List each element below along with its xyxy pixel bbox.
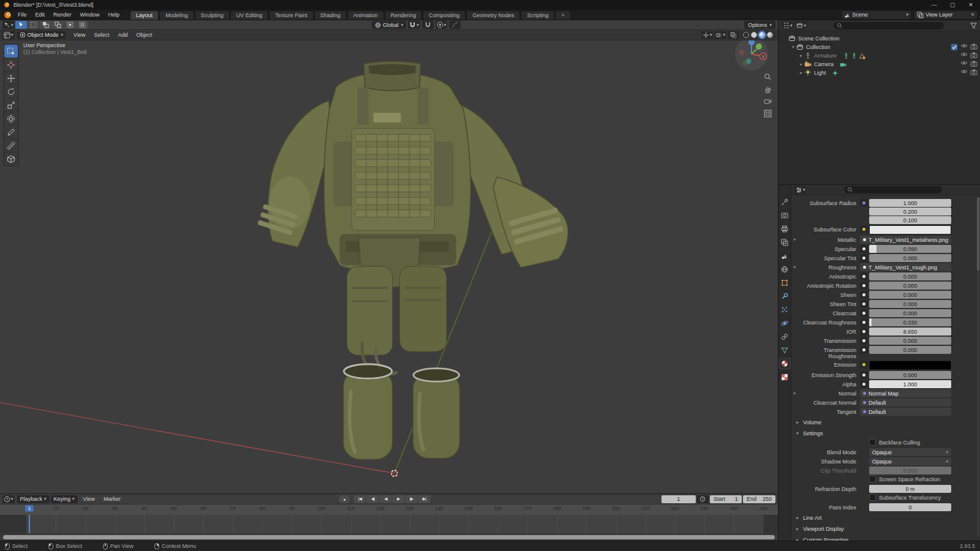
slider-field[interactable]: 0.000 (869, 282, 951, 290)
workspace-tab-scripting[interactable]: Scripting (521, 10, 554, 20)
socket-decorator[interactable] (860, 361, 868, 369)
workspace-tab-rendering[interactable]: Rendering (385, 10, 423, 20)
properties-tab-object[interactable] (779, 278, 790, 288)
camera-toggle-icon[interactable] (970, 43, 978, 51)
socket-decorator[interactable] (860, 291, 868, 299)
properties-tab-view-layer[interactable] (779, 238, 790, 247)
zoom-icon[interactable] (764, 73, 772, 81)
socket-decorator[interactable] (860, 309, 868, 317)
timeline-dropdown-keying[interactable]: Keying▾ (51, 495, 78, 503)
playhead-frame-label[interactable]: 1 (25, 505, 34, 512)
viewport-menu-view[interactable]: View (69, 32, 89, 38)
panel-header-viewport-display[interactable]: ▸Viewport Display (795, 524, 980, 533)
maximize-button[interactable]: ▢ (943, 0, 962, 10)
prop-expander-icon[interactable]: ▸ (794, 264, 796, 269)
checkbox-screen-space-refraction[interactable] (869, 476, 876, 482)
properties-tab-output[interactable] (779, 224, 790, 234)
frame-start-field[interactable]: Start 1 (710, 495, 742, 503)
socket-decorator[interactable] (860, 346, 868, 354)
tool-measure[interactable] (4, 139, 18, 152)
prop-expander-icon[interactable]: ▸ (794, 237, 796, 242)
view-layer-selector[interactable]: View Layer ✕ (914, 10, 978, 20)
properties-tab-constraints[interactable] (779, 332, 790, 342)
select-mode-new[interactable] (28, 21, 39, 29)
properties-tab-render[interactable] (779, 211, 790, 220)
tool-annotate[interactable] (4, 126, 18, 138)
prev-keyframe-button[interactable]: ◀| (366, 495, 379, 503)
preview-range-toggle[interactable] (697, 495, 709, 503)
checkbox-subsurface-translucency[interactable] (869, 494, 876, 501)
timeline-track[interactable] (0, 515, 778, 533)
slider-field[interactable]: 1.000 (869, 380, 951, 388)
timeline-menu-view[interactable]: View (79, 496, 99, 502)
value-dropdown[interactable]: T_Military_Vest1_rough.png (860, 263, 951, 271)
proportional-falloff-dropdown[interactable] (449, 21, 461, 29)
properties-tab-world[interactable] (779, 264, 790, 274)
select-mode-invert[interactable] (64, 21, 76, 29)
current-frame-field[interactable]: 1 (662, 495, 696, 503)
slider-field[interactable]: 0.090 (869, 245, 951, 253)
slider-field[interactable]: 0.000 (869, 300, 951, 308)
workspace-tab-sculpting[interactable]: Sculpting (195, 10, 230, 20)
panel-header-custom-properties[interactable]: ▸Custom Properties (795, 535, 980, 541)
xray-toggle[interactable] (728, 31, 739, 39)
workspace-tab-texture-paint[interactable]: Texture Paint (269, 10, 314, 20)
eye-toggle-icon[interactable] (960, 69, 968, 77)
blender-menu-icon[interactable] (4, 11, 12, 19)
mode-dropdown[interactable]: Object Mode ▾ (17, 31, 66, 39)
properties-scrollbar[interactable] (977, 197, 979, 537)
minimize-button[interactable]: — (925, 0, 943, 10)
tool-add-cube[interactable] (4, 152, 18, 165)
active-tool-dropdown[interactable]: ▾ (2, 21, 15, 29)
timeline-menu-marker[interactable]: Marker (99, 496, 125, 502)
outliner-row-camera[interactable]: ▸Camera (778, 60, 980, 69)
enum-dropdown[interactable]: Opaque▾ (869, 448, 951, 456)
remove-view-layer-icon[interactable]: ✕ (971, 12, 974, 17)
tool-cursor[interactable] (4, 58, 18, 71)
auto-keying-button[interactable]: ● (338, 495, 350, 503)
select-mode-extend[interactable] (40, 21, 51, 29)
ortho-grid-icon[interactable] (764, 110, 772, 118)
socket-decorator[interactable] (860, 300, 868, 308)
outliner-search-input[interactable] (834, 22, 944, 29)
timeline-editor-type-dropdown[interactable]: ▾ (2, 495, 15, 503)
filter-icon[interactable] (970, 22, 977, 29)
shading-solid-button[interactable] (751, 32, 757, 38)
viewport-3d[interactable]: ▾ Object Mode ▾ ViewSelectAddObject ▾ ▾ (0, 30, 778, 493)
socket-decorator[interactable] (860, 328, 868, 335)
number-field[interactable]: 0.100 (869, 216, 951, 224)
panel-header-line-art[interactable]: ▸Line Art (795, 513, 980, 522)
value-dropdown[interactable]: Normal Map (860, 389, 951, 397)
workspace-tab-layout[interactable]: Layout (130, 10, 159, 20)
properties-tab-texture[interactable] (779, 372, 790, 382)
frame-end-field[interactable]: End 250 (743, 495, 775, 503)
camera-toggle-icon[interactable] (970, 69, 978, 77)
slider-field[interactable]: 0.000 (869, 291, 951, 299)
timeline-ruler[interactable]: 1020304050607080901001101201301401501601… (0, 504, 778, 515)
properties-tab-physics[interactable] (779, 318, 790, 328)
viewport-menu-add[interactable]: Add (113, 32, 132, 38)
enum-dropdown[interactable]: Opaque▾ (869, 457, 951, 465)
socket-decorator[interactable] (860, 199, 868, 207)
menu-file[interactable]: File (13, 10, 31, 20)
workspace-tab-shading[interactable]: Shading (314, 10, 347, 20)
menu-window[interactable]: Window (76, 10, 104, 20)
tool-move[interactable] (4, 72, 18, 84)
navigation-gizmo[interactable]: X (734, 36, 769, 72)
snap-target-dropdown[interactable]: ▾ (408, 21, 420, 29)
socket-decorator[interactable] (860, 380, 868, 388)
number-field[interactable]: 0.500 (869, 467, 951, 474)
play-button[interactable]: ▶ (392, 495, 404, 503)
number-field[interactable]: 0.200 (869, 208, 951, 216)
menu-edit[interactable]: Edit (31, 10, 50, 20)
workspace-tab-compositing[interactable]: Compositing (423, 10, 466, 20)
tool-select-box[interactable] (4, 45, 18, 58)
number-field[interactable]: 8.650 (869, 328, 951, 335)
outliner-row-armature[interactable]: ▸Armature (778, 51, 980, 60)
value-dropdown[interactable]: Default (860, 399, 951, 407)
menu-render[interactable]: Render (49, 10, 76, 20)
timeline-scrollbar[interactable] (0, 533, 778, 541)
eye-toggle-icon[interactable] (960, 61, 968, 68)
tweak-select-toggle[interactable] (15, 21, 27, 29)
socket-decorator[interactable] (860, 272, 868, 280)
